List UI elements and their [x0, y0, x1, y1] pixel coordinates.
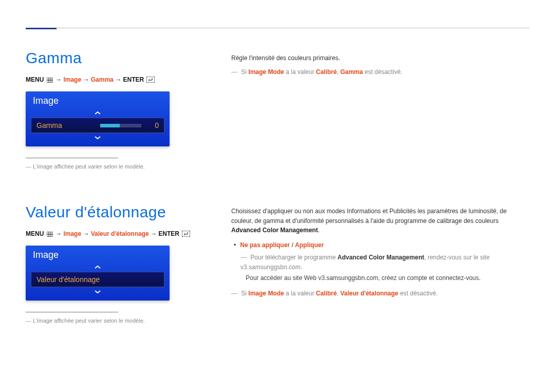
chevron-up-icon[interactable] [26, 108, 170, 118]
gamma-note: ― Si Image Mode a la valeur Calibré, Gam… [231, 67, 524, 77]
menu-grid-icon [47, 77, 53, 84]
osd-title: Image [26, 246, 170, 263]
gamma-value: 0 [150, 121, 159, 129]
heading-valeur: Valeur d'étalonnage [26, 203, 200, 221]
osd-row-gamma[interactable]: Gamma 0 [31, 118, 164, 133]
osd-title: Image [26, 91, 170, 108]
valeur-note: ― Si Image Mode a la valeur Calibré, Val… [231, 289, 524, 298]
divider [26, 312, 118, 312]
nav-menu-label: MENU [26, 76, 44, 83]
enter-icon [146, 77, 155, 84]
nav-gamma: Gamma [91, 76, 114, 83]
footnote-valeur: L'image affichée peut varier selon le mo… [26, 318, 200, 324]
divider [26, 158, 118, 158]
section-gamma-left: Gamma MENU → Image → Gamma → ENTER Image… [26, 49, 200, 170]
nav-enter-label: ENTER [158, 230, 179, 237]
nav-image: Image [63, 76, 81, 83]
download-note: ― Pour télécharger le programme Advanced… [231, 253, 524, 272]
top-rule-accent [26, 28, 57, 29]
nav-path-gamma: MENU → Image → Gamma → ENTER [26, 76, 200, 84]
footnote-gamma: L'image affichée peut varier selon le mo… [26, 163, 200, 170]
nav-path-valeur: MENU → Image → Valeur d'étalonnage → ENT… [26, 230, 200, 238]
svg-rect-4 [146, 77, 155, 83]
heading-gamma: Gamma [26, 49, 200, 67]
nav-enter-label: ENTER [123, 76, 144, 83]
osd-row-label: Gamma [36, 121, 62, 129]
osd-panel-valeur: Image Valeur d'étalonnage [26, 246, 170, 301]
chevron-down-icon[interactable] [26, 287, 170, 296]
osd-row-label: Valeur d'étalonnage [36, 275, 100, 284]
chevron-up-icon[interactable] [26, 263, 170, 272]
osd-row-valeur[interactable]: Valeur d'étalonnage [31, 272, 164, 287]
section-gamma-right: Règle l'intensité des couleurs primaires… [231, 53, 524, 80]
section-valeur-right: Choisissez d'appliquer ou non aux modes … [231, 207, 524, 302]
top-rule [26, 28, 529, 28]
enter-icon [182, 231, 190, 238]
nav-image: Image [63, 230, 81, 237]
valeur-description: Choisissez d'appliquer ou non aux modes … [231, 207, 524, 235]
gamma-slider[interactable] [100, 124, 141, 127]
chevron-down-icon[interactable] [26, 133, 170, 142]
nav-valeur: Valeur d'étalonnage [91, 230, 149, 237]
nav-menu-label: MENU [26, 230, 44, 237]
svg-rect-9 [182, 231, 190, 237]
apply-options: • Ne pas appliquer / Appliquer [231, 240, 524, 250]
section-valeur-left: Valeur d'étalonnage MENU → Image → Valeu… [26, 203, 200, 324]
download-subnote: Pour accéder au site Web v3.samsunggsbn.… [231, 273, 524, 283]
gamma-description: Règle l'intensité des couleurs primaires… [231, 53, 524, 63]
osd-panel-gamma: Image Gamma 0 [26, 91, 170, 146]
menu-grid-icon [47, 231, 53, 238]
